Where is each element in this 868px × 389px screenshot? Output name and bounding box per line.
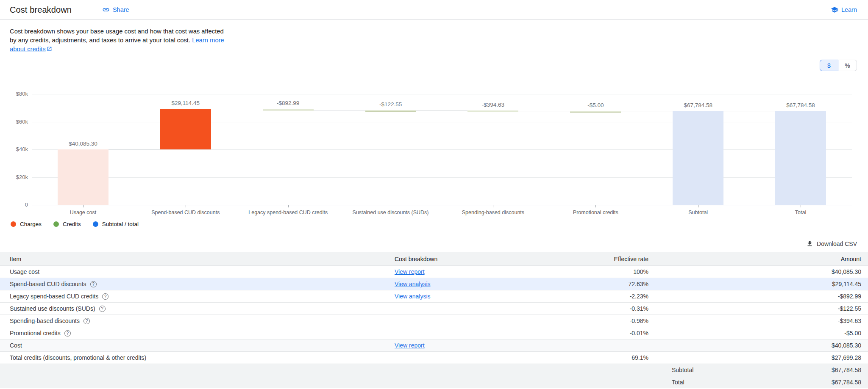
percent-toggle-button[interactable]: % (838, 60, 857, 71)
item-cell: Total credits (discounts, promotional & … (0, 354, 395, 361)
total-label-cell: Subtotal (648, 367, 754, 373)
help-icon[interactable]: ? (102, 293, 108, 300)
item-label: Cost (10, 342, 22, 349)
chart-legend: ChargesCreditsSubtotal / total (11, 221, 868, 227)
amount-cell: -$394.63 (754, 317, 868, 324)
x-axis-tick (493, 205, 493, 207)
amount-cell: -$5.00 (754, 330, 868, 337)
description-text: Cost breakdown shows your base usage cos… (10, 27, 232, 54)
column-header-effective-rate: Effective rate (466, 256, 648, 262)
download-csv-button[interactable]: Download CSV (0, 240, 868, 247)
gridline (32, 122, 852, 122)
column-header-item: Item (0, 256, 395, 262)
legend-dot-icon (11, 221, 16, 227)
table-row-total-credits-discounts-promotional-other-credits: Total credits (discounts, promotional & … (0, 351, 868, 364)
legend-dot-icon (93, 221, 98, 227)
bar-value-label: $40,085.30 (36, 141, 130, 147)
amount-cell: $40,085.30 (754, 342, 868, 349)
link-icon (102, 6, 110, 14)
view-report-link[interactable]: View report (395, 268, 425, 275)
waterfall-connector (518, 111, 570, 111)
dollar-toggle-button[interactable]: $ (820, 60, 838, 71)
download-icon (806, 240, 813, 247)
x-axis-category-label: Total (749, 210, 852, 215)
bar-subtotal[interactable] (673, 111, 723, 205)
item-label: Usage cost (10, 268, 39, 275)
bar-total[interactable] (775, 111, 826, 205)
waterfall-connector (108, 149, 160, 150)
bar-legacy-spend-based-cud-credits[interactable] (263, 109, 314, 110)
cost-breakdown-cell: View analysis (395, 281, 466, 287)
x-axis-category-label: Legacy spend-based CUD credits (237, 210, 339, 215)
effective-rate-cell: -0.31% (466, 305, 648, 312)
currency-toggle: $ % (0, 60, 868, 71)
x-axis-category-label: Spend-based CUD discounts (134, 210, 237, 215)
waterfall-connector (723, 111, 775, 111)
y-axis-label: $20k (3, 174, 28, 180)
x-axis-category-label: Usage cost (32, 210, 134, 215)
item-cell: Cost (0, 342, 395, 349)
bar-promotional-credits[interactable] (570, 111, 621, 113)
legend-dot-icon (53, 221, 59, 227)
help-icon[interactable]: ? (83, 318, 90, 324)
cost-breakdown-cell: View report (395, 342, 466, 349)
x-axis-tick (595, 205, 596, 207)
cost-breakdown-cell: View report (395, 268, 466, 275)
school-cap-icon (831, 6, 838, 14)
effective-rate-cell: -2.23% (466, 293, 648, 300)
legend-item-subtotal-total[interactable]: Subtotal / total (93, 221, 139, 227)
item-cell: Spend-based CUD discounts? (0, 281, 395, 287)
help-icon[interactable]: ? (99, 306, 106, 312)
help-icon[interactable]: ? (90, 281, 97, 287)
bar-usage-cost[interactable] (58, 149, 108, 205)
x-axis-line (32, 205, 852, 205)
bar-sustained-use-discounts-suds[interactable] (365, 110, 416, 112)
amount-cell: $29,114.45 (754, 281, 868, 287)
x-axis-tick (83, 205, 83, 207)
y-axis-label: $80k (3, 91, 28, 97)
x-axis-category-label: Promotional credits (544, 210, 647, 215)
x-axis-tick (698, 205, 698, 207)
x-axis-tick (288, 205, 289, 207)
bar-spend-based-cud-discounts[interactable] (160, 109, 211, 149)
table-row-cost: CostView report$40,085.30 (0, 339, 868, 351)
cost-breakdown-cell: View analysis (395, 293, 466, 300)
item-cell: Usage cost (0, 268, 395, 275)
table-row-sustained-use-discounts-suds: Sustained use discounts (SUDs)?-0.31%-$1… (0, 302, 868, 315)
x-axis-category-label: Subtotal (647, 210, 749, 215)
view-report-link[interactable]: View report (395, 342, 425, 349)
waterfall-connector (211, 109, 263, 109)
page-title: Cost breakdown (10, 5, 72, 15)
learn-button[interactable]: Learn (831, 6, 857, 14)
effective-rate-cell: 100% (466, 268, 648, 275)
table-row-legacy-spend-based-cud-credits: Legacy spend-based CUD credits?View anal… (0, 290, 868, 302)
view-analysis-link[interactable]: View analysis (395, 281, 431, 287)
effective-rate-cell: -0.01% (466, 330, 648, 337)
help-icon[interactable]: ? (64, 330, 71, 337)
item-label: Legacy spend-based CUD credits (10, 293, 98, 300)
x-axis-tick (391, 205, 391, 207)
x-axis-category-label: Sustained use discounts (SUDs) (339, 210, 442, 215)
view-analysis-link[interactable]: View analysis (395, 293, 431, 300)
amount-cell: $27,699.28 (754, 354, 868, 361)
table-row-total: Total$67,784.58 (0, 376, 868, 388)
y-axis-label: $60k (3, 119, 28, 125)
amount-cell: $67,784.58 (754, 367, 868, 373)
waterfall-connector (314, 110, 365, 110)
legend-item-charges[interactable]: Charges (11, 221, 42, 227)
open-in-new-icon (47, 46, 52, 52)
legend-item-credits[interactable]: Credits (53, 221, 81, 227)
page-header: Cost breakdown Share Learn (0, 0, 868, 20)
column-header-cost-breakdown: Cost breakdown (395, 256, 466, 262)
bar-value-label: -$394.63 (446, 102, 540, 108)
cost-waterfall-chart: $80k$60k$40k$20k0$40,085.30Usage cost$29… (0, 74, 868, 219)
table-row-subtotal: Subtotal$67,784.58 (0, 364, 868, 376)
share-button-label: Share (113, 6, 129, 13)
share-button[interactable]: Share (102, 6, 129, 14)
y-axis-label: 0 (3, 201, 28, 208)
bar-spending-based-discounts[interactable] (467, 110, 518, 112)
total-label-cell: Total (648, 379, 754, 386)
learn-button-label: Learn (841, 6, 857, 13)
x-axis-tick (801, 205, 801, 207)
table-row-spend-based-cud-discounts: Spend-based CUD discounts?View analysis7… (0, 278, 868, 290)
